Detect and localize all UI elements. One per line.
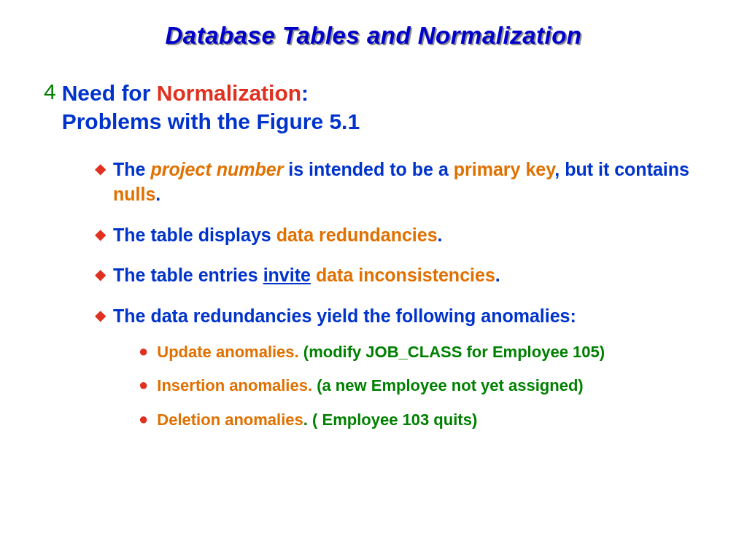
text-span: Update anomalies.	[157, 343, 303, 361]
text-span: , but it contains	[554, 159, 689, 179]
level3-text: Deletion anomalies. ( Employee 103 quits…	[157, 410, 477, 431]
level1-bullet-icon: 4	[44, 79, 56, 105]
text-span: The data redundancies yield the followin…	[113, 306, 576, 326]
text-span	[311, 265, 316, 285]
level3-text: Update anomalies. (modify JOB_CLASS for …	[157, 342, 605, 363]
text-span: is intended to be a	[288, 159, 453, 179]
level1-block: 4 Need for Normalization: Problems with …	[44, 79, 711, 136]
l1-normalization: Normalization	[157, 81, 301, 105]
diamond-bullet-icon: ◆	[95, 263, 106, 285]
level3-text: Insertion anomalies. (a new Employee not…	[157, 376, 583, 397]
text-span: primary key	[454, 159, 555, 179]
l1-line2: Problems with the Figure 5.1	[62, 109, 360, 133]
text-span: . ( Employee 103 quits)	[303, 411, 477, 429]
level1-text: Need for Normalization: Problems with th…	[62, 79, 360, 136]
text-span: Insertion anomalies.	[157, 376, 317, 394]
level2-text: The project number is intended to be a p…	[113, 158, 711, 207]
dot-bullet-icon: ●	[139, 342, 148, 361]
dot-bullet-icon: ●	[139, 376, 148, 394]
text-span: The table displays	[113, 225, 276, 245]
l1-colon: :	[301, 81, 309, 105]
level2-item: ◆The data redundancies yield the followi…	[95, 304, 711, 329]
diamond-bullet-icon: ◆	[95, 158, 106, 179]
text-span: The table entries	[113, 265, 263, 285]
level2-text: The table entries invite data inconsiste…	[113, 263, 500, 288]
text-span: (a new Employee not yet assigned)	[317, 376, 584, 394]
text-span: .	[495, 265, 500, 285]
text-span: nulls	[113, 184, 155, 204]
diamond-bullet-icon: ◆	[95, 304, 106, 326]
text-span: data inconsistencies	[316, 265, 495, 285]
text-span: data redundancies	[276, 225, 438, 245]
slide: Database Tables and Normalization 4 Need…	[0, 0, 747, 466]
level2-text: The table displays data redundancies.	[113, 223, 443, 248]
level3-item: ●Insertion anomalies. (a new Employee no…	[139, 376, 711, 397]
text-span: invite	[263, 265, 311, 285]
level3-item: ●Update anomalies. (modify JOB_CLASS for…	[139, 342, 711, 363]
text-span: .	[438, 225, 443, 245]
text-span: The	[113, 159, 150, 179]
slide-title: Database Tables and Normalization	[36, 22, 711, 50]
level2-item: ◆The project number is intended to be a …	[95, 158, 711, 207]
dot-bullet-icon: ●	[139, 410, 148, 429]
text-span: Deletion anomalies	[157, 411, 303, 429]
diamond-bullet-icon: ◆	[95, 223, 106, 245]
level2-text: The data redundancies yield the followin…	[113, 304, 576, 329]
text-span: .	[155, 184, 160, 204]
level2-item: ◆The table entries invite data inconsist…	[95, 263, 711, 288]
level3-list: ●Update anomalies. (modify JOB_CLASS for…	[139, 342, 711, 431]
level3-item: ●Deletion anomalies. ( Employee 103 quit…	[139, 410, 711, 431]
text-span: project number	[150, 159, 288, 179]
text-span: (modify JOB_CLASS for Employee 105)	[303, 343, 605, 361]
l1-need-for: Need for	[62, 81, 157, 105]
level2-list: ◆The project number is intended to be a …	[95, 158, 711, 329]
level2-item: ◆The table displays data redundancies.	[95, 223, 711, 248]
